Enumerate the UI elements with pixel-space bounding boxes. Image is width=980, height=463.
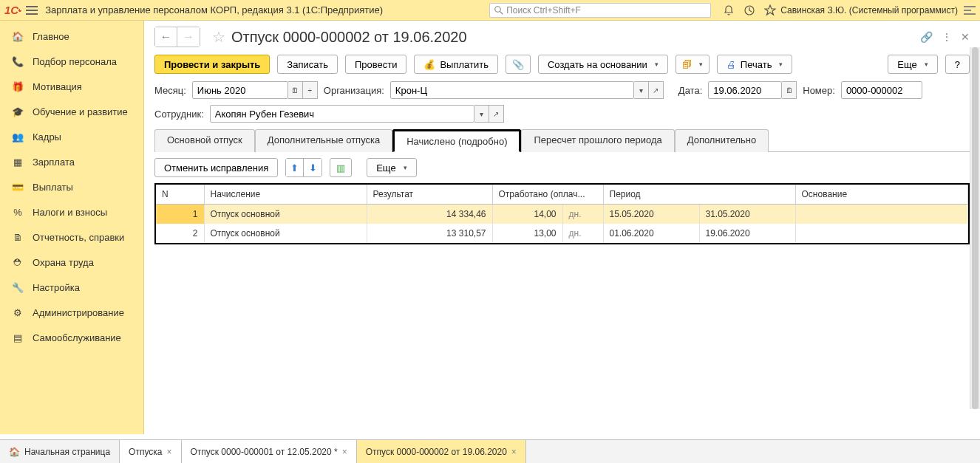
back-button[interactable]: ← [155, 27, 177, 47]
forward-button[interactable]: → [177, 27, 200, 47]
app-logo: 1C [4, 4, 21, 16]
dropdown-icon[interactable]: ▾ [474, 105, 489, 123]
attach-button[interactable]: 📎 [506, 55, 531, 74]
open-icon[interactable]: ↗ [489, 105, 504, 123]
month-input[interactable] [192, 81, 288, 99]
sidebar: 🏠Главное 📞Подбор персонала 🎁Мотивация 🎓О… [0, 21, 144, 434]
printer-icon: 🖨 [727, 59, 736, 70]
help-button[interactable]: ? [945, 55, 970, 74]
study-icon: 🎓 [10, 106, 25, 117]
accruals-grid: N Начисление Результат Отработано (оплач… [154, 183, 970, 244]
nav-study[interactable]: 🎓Обучение и развитие [0, 99, 143, 124]
undo-corrections-button[interactable]: Отменить исправления [154, 158, 278, 177]
link-icon[interactable]: 🔗 [920, 31, 933, 43]
date-input[interactable] [708, 81, 782, 99]
col-result[interactable]: Результат [367, 185, 492, 205]
month-label: Месяц: [154, 85, 186, 96]
close-icon[interactable]: ✕ [961, 31, 970, 43]
employee-label: Сотрудник: [154, 109, 204, 120]
print-button[interactable]: 🖨Печать [717, 55, 793, 74]
table-row[interactable]: 1 Отпуск основной 14 334,46 14,00 дн. 15… [156, 205, 968, 224]
col-basis[interactable]: Основание [795, 185, 968, 205]
tab-additional[interactable]: Дополнительно [675, 129, 769, 152]
star-icon[interactable] [764, 4, 776, 16]
org-label: Организация: [324, 85, 384, 96]
svg-point-0 [495, 6, 501, 12]
dropdown-icon[interactable]: ▾ [634, 81, 649, 99]
percent-icon: % [10, 207, 25, 218]
employee-input[interactable] [210, 105, 474, 123]
nav-motiv[interactable]: 🎁Мотивация [0, 74, 143, 99]
create-based-button[interactable]: Создать на основании [538, 55, 668, 74]
move-up-button[interactable]: ⬆ [286, 159, 304, 176]
copy-button[interactable]: 🗐 [676, 55, 710, 74]
svg-line-1 [500, 11, 503, 14]
spinner-icon[interactable]: ÷ [303, 81, 318, 99]
money-icon: 💰 [423, 59, 435, 70]
grid-more-button[interactable]: Еще [367, 158, 416, 177]
org-input[interactable] [390, 81, 634, 99]
move-down-button[interactable]: ⬇ [304, 159, 321, 176]
menu-icon[interactable] [26, 4, 38, 17]
pay-button[interactable]: 💰Выплатить [414, 55, 498, 74]
phone-icon: 📞 [10, 56, 25, 67]
table-icon: ▦ [10, 157, 25, 168]
nav-settings[interactable]: 🔧Настройка [0, 275, 143, 300]
gift-icon: 🎁 [10, 81, 25, 92]
user-label[interactable]: Савинская З.Ю. (Системный программист) [780, 5, 958, 16]
favorite-star-icon[interactable]: ☆ [212, 28, 225, 46]
nav-hr[interactable]: 👥Кадры [0, 124, 143, 149]
doc-icon: 🗎 [10, 232, 25, 243]
people-icon: 👥 [10, 131, 25, 143]
calendar-icon[interactable]: 🗓 [782, 81, 797, 99]
nav-tax[interactable]: %Налоги и взносы [0, 199, 143, 224]
search-icon [494, 6, 503, 15]
more-button[interactable]: Еще [888, 55, 937, 74]
tab-extra-vacation[interactable]: Дополнительные отпуска [255, 129, 393, 152]
post-close-button[interactable]: Провести и закрыть [154, 55, 270, 74]
open-icon[interactable]: ↗ [649, 81, 664, 99]
doc-title: Отпуск 0000-000002 от 19.06.2020 [231, 29, 467, 46]
columns-button[interactable]: ▥ [330, 158, 352, 177]
calendar-icon[interactable]: 🗓 [288, 81, 303, 99]
helmet-icon: ⛑ [10, 257, 25, 268]
nav-self[interactable]: ▤Самообслуживание [0, 325, 143, 350]
copy-icon: 🗐 [682, 59, 692, 70]
wrench-icon: 🔧 [10, 282, 25, 293]
list-icon: ▤ [10, 332, 25, 343]
app-title: Зарплата и управление персоналом КОРП, р… [45, 4, 383, 16]
nav-admin[interactable]: ⚙Администрирование [0, 300, 143, 325]
nav-recruit[interactable]: 📞Подбор персонала [0, 49, 143, 74]
nav-safety[interactable]: ⛑Охрана труда [0, 250, 143, 275]
col-period[interactable]: Период [603, 185, 795, 205]
wallet-icon: 💳 [10, 182, 25, 193]
clip-icon: 📎 [512, 59, 524, 70]
home-icon: 🏠 [10, 31, 25, 42]
nav-reports[interactable]: 🗎Отчетность, справки [0, 224, 143, 250]
nav-salary[interactable]: ▦Зарплата [0, 149, 143, 174]
tab-recalc[interactable]: Пересчет прошлого периода [521, 129, 674, 152]
date-label: Дата: [678, 85, 702, 96]
scrollbar[interactable] [970, 47, 980, 409]
save-button[interactable]: Записать [277, 55, 338, 74]
table-row[interactable]: 2 Отпуск основной 13 310,57 13,00 дн. 01… [156, 224, 968, 243]
tab-main-vacation[interactable]: Основной отпуск [154, 129, 255, 152]
col-worked[interactable]: Отработано (оплач... [492, 185, 603, 205]
number-label: Номер: [803, 85, 835, 96]
nav-main[interactable]: 🏠Главное [0, 24, 143, 49]
columns-icon: ▥ [336, 162, 345, 174]
bell-icon[interactable] [723, 4, 735, 16]
panel-toggle-icon[interactable] [964, 5, 976, 16]
nav-pay[interactable]: 💳Выплаты [0, 174, 143, 199]
col-n[interactable]: N [156, 185, 204, 205]
tab-accrued-detail[interactable]: Начислено (подробно) [392, 129, 521, 152]
gear-icon: ⚙ [10, 307, 25, 318]
number-input[interactable] [841, 81, 922, 99]
history-icon[interactable] [743, 4, 755, 16]
post-button[interactable]: Провести [345, 55, 407, 74]
col-accrual[interactable]: Начисление [204, 185, 367, 205]
kebab-icon[interactable]: ⋮ [942, 31, 952, 43]
search-input[interactable]: Поиск Ctrl+Shift+F [489, 3, 711, 18]
